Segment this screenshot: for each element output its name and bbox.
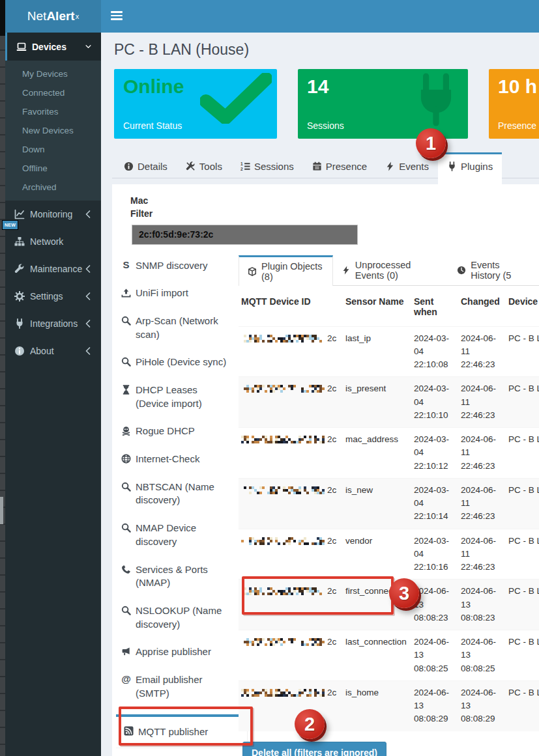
table-row[interactable]: 2cis_home2024-06-13 08:08:292024-06-13 0… xyxy=(239,680,539,731)
plugin-nav-label: NSLOOKUP (Name discovery) xyxy=(136,604,228,631)
plugin-nav-email-publisher-smtp-[interactable]: @Email publisher (SMTP) xyxy=(121,673,239,700)
sidebar-subitem-my-devices[interactable]: My Devices xyxy=(5,64,101,83)
sidebar-item-maintenance[interactable]: Maintenance xyxy=(5,255,101,283)
cell-changed: 2024-06-11 22:46:23 xyxy=(458,428,506,479)
s-icon: S xyxy=(121,260,131,270)
plugin-nav-nslookup-name-discovery-[interactable]: NSLOOKUP (Name discovery) xyxy=(121,604,239,631)
plugins-panel: Mac Filter SSNMP discoveryUniFi importAr… xyxy=(112,184,539,756)
status-cards: OnlineCurrent Status14Sessions10 hPresen… xyxy=(114,69,539,139)
plugin-nav-snmp-discovery[interactable]: SSNMP discovery xyxy=(121,259,239,273)
mac-filter-input[interactable] xyxy=(132,225,358,245)
bullhorn-icon xyxy=(121,647,131,656)
sidebar-subitem-down[interactable]: Down xyxy=(5,140,101,159)
skull-icon xyxy=(121,426,131,436)
hamburger-icon[interactable] xyxy=(111,11,124,21)
sidebar-item-label: Maintenance xyxy=(30,264,83,274)
plugin-inner-tabs: Plugin Objects (8)Unprocessed Events (0)… xyxy=(239,255,539,286)
cell-sent: 2024-03-04 22:10:16 xyxy=(411,529,458,580)
annotation-badge-2: 2 xyxy=(295,709,325,739)
chevron-left-icon xyxy=(83,264,93,274)
table-row[interactable]: 2cmac_address2024-03-04 22:10:122024-06-… xyxy=(239,428,539,479)
plug-icon xyxy=(14,318,25,329)
sidebar-subitem-offline[interactable]: Offline xyxy=(5,159,101,178)
app-logo[interactable]: NetAlertx xyxy=(5,0,101,33)
chevron-left-icon xyxy=(83,318,93,329)
device-id-wrap: 2c xyxy=(241,636,339,649)
search-icon xyxy=(121,606,131,615)
cell-device: PC - B LAN xyxy=(506,428,539,479)
bolt-icon xyxy=(385,161,395,171)
status-card-presence[interactable]: 10 hPresence xyxy=(489,69,539,139)
table-row[interactable]: 2clast_ip2024-03-04 22:10:082024-06-11 2… xyxy=(239,326,539,377)
chevron-left-icon xyxy=(83,291,93,301)
cell-device: PC - B LAN xyxy=(506,680,539,731)
cell-device: PC - B LAN xyxy=(506,326,539,377)
cell-changed: 2024-06-11 22:46:23 xyxy=(458,478,506,529)
plugin-nav-pihole-device-sync-[interactable]: PiHole (Device sync) xyxy=(121,356,239,369)
sidebar-subitem-archived[interactable]: Archived xyxy=(5,178,101,197)
search-icon xyxy=(121,482,131,492)
sidebar-item-monitoring[interactable]: Monitoring xyxy=(5,201,101,228)
tab-plugins[interactable]: Plugins xyxy=(438,152,502,190)
sidebar-subitem-favorites[interactable]: Favorites xyxy=(5,102,101,121)
hourglass-icon xyxy=(121,385,131,395)
redacted-device-id xyxy=(241,486,325,494)
sidebar-item-label: Monitoring xyxy=(30,209,83,219)
plugin-nav-nbtscan-name-discovery-[interactable]: NBTSCAN (Name discovery) xyxy=(121,481,239,507)
cell-device-id: 2c xyxy=(239,580,343,630)
inner-tab-1[interactable]: Unprocessed Events (0) xyxy=(333,255,448,285)
sidebar-subitem-connected[interactable]: Connected xyxy=(5,83,101,102)
tab-label: Tools xyxy=(199,161,222,172)
plugin-nav-nmap-device-discovery[interactable]: NMAP Device discovery xyxy=(121,522,239,548)
plugin-nav-services-ports-nmap-[interactable]: Services & Ports (NMAP) xyxy=(121,563,239,590)
calendar-icon xyxy=(312,161,322,171)
sidebar-item-network[interactable]: Network xyxy=(5,228,101,255)
plugin-nav-dhcp-leases-device-import-[interactable]: DHCP Leases (Device import) xyxy=(121,384,239,410)
tab-label: Plugins xyxy=(461,161,493,172)
col-changed: Changed xyxy=(458,287,506,327)
inner-tab-label: Plugin Objects (8) xyxy=(261,261,324,282)
cell-sensor: is_new xyxy=(343,478,411,529)
sidebar-item-settings[interactable]: Settings xyxy=(5,283,101,310)
tab-details[interactable]: Details xyxy=(115,154,177,178)
tab-tools[interactable]: Tools xyxy=(177,154,231,178)
tab-label: Sessions xyxy=(254,161,294,172)
delete-all-button[interactable]: Delete all (filters are ignored) xyxy=(242,742,386,756)
inner-tab-2[interactable]: Events History (5 xyxy=(448,255,539,285)
inner-tab-label: Events History (5 xyxy=(471,260,531,281)
wrench-icon xyxy=(14,264,25,274)
tab-label: Events xyxy=(399,161,429,172)
plugin-nav-label: NMAP Device discovery xyxy=(136,522,228,548)
cell-sent: 2024-03-04 22:10:08 xyxy=(411,326,458,377)
plugin-nav-arp-scan-network-scan-[interactable]: Arp-Scan (Network scan) xyxy=(121,315,239,341)
tab-sessions[interactable]: 12Sessions xyxy=(231,154,303,178)
plugin-nav-internet-check[interactable]: Internet-Check xyxy=(121,453,239,466)
plugin-nav-label: Apprise publisher xyxy=(136,645,211,659)
status-card-current-status[interactable]: OnlineCurrent Status xyxy=(114,69,277,139)
sidebar-subitem-new-devices[interactable]: New Devices xyxy=(5,121,101,140)
plugin-nav-apprise-publisher[interactable]: Apprise publisher xyxy=(121,645,239,659)
table-row[interactable]: 2cfirst_connection2024-06-13 08:08:23202… xyxy=(239,580,539,630)
sidebar-item-about[interactable]: About xyxy=(5,337,101,365)
device-tabs: DetailsTools12SessionsPresenceEventsPlug… xyxy=(112,154,539,178)
table-row[interactable]: 2clast_connection2024-06-13 08:08:252024… xyxy=(239,630,539,681)
tab-presence[interactable]: Presence xyxy=(303,154,376,178)
search-icon xyxy=(121,316,131,326)
device-id-suffix: 2c xyxy=(327,332,336,345)
plugin-nav-rogue-dhcp[interactable]: Rogue DHCP xyxy=(121,425,239,438)
status-card-sessions[interactable]: 14Sessions xyxy=(298,69,468,139)
device-id-wrap: 2c xyxy=(241,535,339,548)
inner-tab-0[interactable]: Plugin Objects (8) xyxy=(239,255,333,286)
plugin-nav-label: MQTT publisher xyxy=(138,725,208,739)
sidebar-item-devices[interactable]: Devices xyxy=(5,33,101,61)
table-row[interactable]: 2cis_present2024-03-04 22:10:102024-06-1… xyxy=(239,377,539,428)
scrollbar-thumb[interactable] xyxy=(0,497,3,524)
plugin-nav-label: UniFi import xyxy=(136,287,188,300)
plugin-nav-unifi-import[interactable]: UniFi import xyxy=(121,287,239,300)
sidebar-devices-label: Devices xyxy=(32,42,83,52)
sidebar-item-integrations[interactable]: Integrations xyxy=(5,310,101,337)
table-row[interactable]: 2cis_new2024-03-04 22:10:142024-06-11 22… xyxy=(239,478,539,529)
redacted-device-id xyxy=(241,638,325,646)
plugin-nav-mqtt-publisher[interactable]: MQTT publisher xyxy=(116,714,248,748)
table-row[interactable]: 2cvendor2024-03-04 22:10:162024-06-11 22… xyxy=(239,529,539,580)
